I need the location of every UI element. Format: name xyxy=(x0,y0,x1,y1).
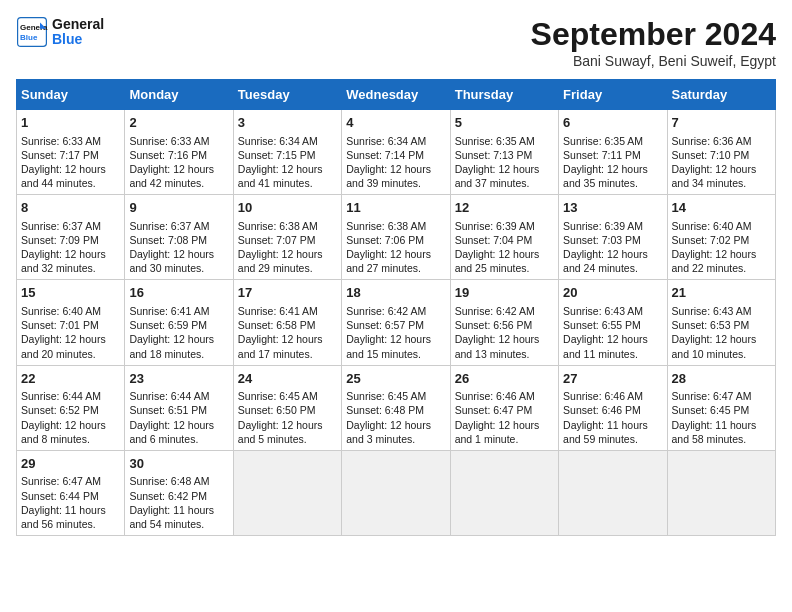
table-row xyxy=(233,450,341,535)
calendar-week-row: 15Sunrise: 6:40 AMSunset: 7:01 PMDayligh… xyxy=(17,280,776,365)
table-row xyxy=(667,450,775,535)
calendar-table: Sunday Monday Tuesday Wednesday Thursday… xyxy=(16,79,776,536)
table-row: 24Sunrise: 6:45 AMSunset: 6:50 PMDayligh… xyxy=(233,365,341,450)
table-row: 28Sunrise: 6:47 AMSunset: 6:45 PMDayligh… xyxy=(667,365,775,450)
table-row: 25Sunrise: 6:45 AMSunset: 6:48 PMDayligh… xyxy=(342,365,450,450)
col-tuesday: Tuesday xyxy=(233,80,341,110)
table-row: 20Sunrise: 6:43 AMSunset: 6:55 PMDayligh… xyxy=(559,280,667,365)
page-title: September 2024 xyxy=(531,16,776,53)
col-saturday: Saturday xyxy=(667,80,775,110)
table-row: 3Sunrise: 6:34 AMSunset: 7:15 PMDaylight… xyxy=(233,110,341,195)
table-row: 21Sunrise: 6:43 AMSunset: 6:53 PMDayligh… xyxy=(667,280,775,365)
table-row xyxy=(450,450,558,535)
table-row: 6Sunrise: 6:35 AMSunset: 7:11 PMDaylight… xyxy=(559,110,667,195)
col-monday: Monday xyxy=(125,80,233,110)
table-row xyxy=(342,450,450,535)
table-row: 9Sunrise: 6:37 AMSunset: 7:08 PMDaylight… xyxy=(125,195,233,280)
calendar-week-row: 22Sunrise: 6:44 AMSunset: 6:52 PMDayligh… xyxy=(17,365,776,450)
table-row: 2Sunrise: 6:33 AMSunset: 7:16 PMDaylight… xyxy=(125,110,233,195)
table-row: 12Sunrise: 6:39 AMSunset: 7:04 PMDayligh… xyxy=(450,195,558,280)
table-row: 5Sunrise: 6:35 AMSunset: 7:13 PMDaylight… xyxy=(450,110,558,195)
table-row: 22Sunrise: 6:44 AMSunset: 6:52 PMDayligh… xyxy=(17,365,125,450)
table-row: 15Sunrise: 6:40 AMSunset: 7:01 PMDayligh… xyxy=(17,280,125,365)
table-row: 29Sunrise: 6:47 AMSunset: 6:44 PMDayligh… xyxy=(17,450,125,535)
col-wednesday: Wednesday xyxy=(342,80,450,110)
logo: General Blue General Blue xyxy=(16,16,104,48)
table-row: 17Sunrise: 6:41 AMSunset: 6:58 PMDayligh… xyxy=(233,280,341,365)
table-row: 19Sunrise: 6:42 AMSunset: 6:56 PMDayligh… xyxy=(450,280,558,365)
table-row: 11Sunrise: 6:38 AMSunset: 7:06 PMDayligh… xyxy=(342,195,450,280)
calendar-week-row: 1Sunrise: 6:33 AMSunset: 7:17 PMDaylight… xyxy=(17,110,776,195)
logo-line1: General xyxy=(52,17,104,32)
table-row: 10Sunrise: 6:38 AMSunset: 7:07 PMDayligh… xyxy=(233,195,341,280)
table-row: 26Sunrise: 6:46 AMSunset: 6:47 PMDayligh… xyxy=(450,365,558,450)
table-row: 16Sunrise: 6:41 AMSunset: 6:59 PMDayligh… xyxy=(125,280,233,365)
col-friday: Friday xyxy=(559,80,667,110)
table-row: 8Sunrise: 6:37 AMSunset: 7:09 PMDaylight… xyxy=(17,195,125,280)
header-row: Sunday Monday Tuesday Wednesday Thursday… xyxy=(17,80,776,110)
table-row: 13Sunrise: 6:39 AMSunset: 7:03 PMDayligh… xyxy=(559,195,667,280)
table-row: 7Sunrise: 6:36 AMSunset: 7:10 PMDaylight… xyxy=(667,110,775,195)
page-subtitle: Bani Suwayf, Beni Suweif, Egypt xyxy=(531,53,776,69)
title-block: September 2024 Bani Suwayf, Beni Suweif,… xyxy=(531,16,776,69)
logo-icon: General Blue xyxy=(16,16,48,48)
table-row: 23Sunrise: 6:44 AMSunset: 6:51 PMDayligh… xyxy=(125,365,233,450)
calendar-week-row: 8Sunrise: 6:37 AMSunset: 7:09 PMDaylight… xyxy=(17,195,776,280)
table-row: 14Sunrise: 6:40 AMSunset: 7:02 PMDayligh… xyxy=(667,195,775,280)
page-header: General Blue General Blue September 2024… xyxy=(16,16,776,69)
table-row xyxy=(559,450,667,535)
table-row: 18Sunrise: 6:42 AMSunset: 6:57 PMDayligh… xyxy=(342,280,450,365)
table-row: 4Sunrise: 6:34 AMSunset: 7:14 PMDaylight… xyxy=(342,110,450,195)
svg-text:Blue: Blue xyxy=(20,33,38,42)
calendar-week-row: 29Sunrise: 6:47 AMSunset: 6:44 PMDayligh… xyxy=(17,450,776,535)
table-row: 30Sunrise: 6:48 AMSunset: 6:42 PMDayligh… xyxy=(125,450,233,535)
table-row: 1Sunrise: 6:33 AMSunset: 7:17 PMDaylight… xyxy=(17,110,125,195)
col-sunday: Sunday xyxy=(17,80,125,110)
col-thursday: Thursday xyxy=(450,80,558,110)
table-row: 27Sunrise: 6:46 AMSunset: 6:46 PMDayligh… xyxy=(559,365,667,450)
logo-line2: Blue xyxy=(52,32,104,47)
